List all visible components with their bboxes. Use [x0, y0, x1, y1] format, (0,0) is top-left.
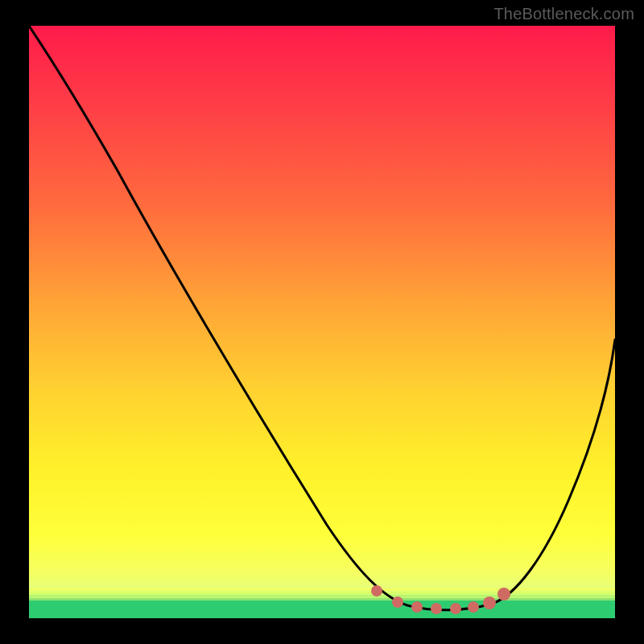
svg-point-7 [497, 588, 510, 601]
highlight-dots [371, 585, 510, 614]
plot-area [29, 26, 615, 618]
svg-point-5 [468, 601, 479, 613]
svg-point-3 [431, 603, 442, 614]
svg-point-6 [483, 597, 496, 609]
watermark-text: TheBottleneck.com [493, 5, 634, 23]
svg-point-1 [392, 597, 403, 608]
svg-point-4 [450, 603, 461, 614]
svg-point-0 [371, 585, 382, 597]
curve-svg [29, 26, 615, 618]
chart-frame: TheBottleneck.com [0, 0, 644, 644]
svg-point-2 [411, 601, 423, 613]
bottleneck-curve [29, 26, 615, 610]
